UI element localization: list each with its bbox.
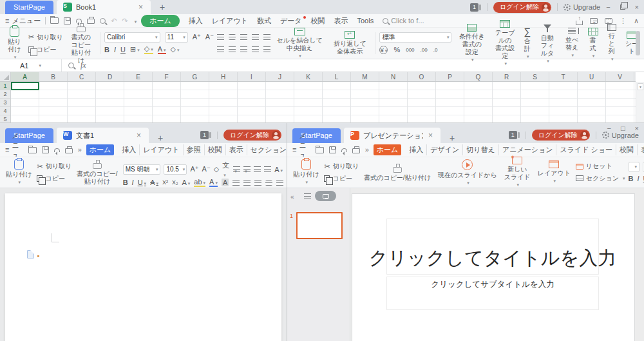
table-format-button[interactable]: テーブルの 書式設定 [492, 30, 518, 57]
vertical-scrollbar[interactable]: ▾ [636, 82, 644, 122]
section-button[interactable]: セクション [576, 174, 625, 183]
undo-dropdown-icon[interactable] [133, 17, 137, 24]
ribbon-tab[interactable]: 表示 [329, 15, 352, 26]
column-header[interactable]: A [11, 72, 39, 81]
main-menu-button[interactable]: ≡ メニュー [5, 16, 41, 26]
column-header[interactable]: C [68, 72, 96, 81]
paste-button[interactable]: 貼り付け [4, 30, 25, 57]
row-headers[interactable]: 12345 [0, 82, 11, 122]
undo-icon[interactable]: ↶ [111, 17, 117, 24]
overflow-icon[interactable]: » [78, 146, 82, 153]
collapse-panel-icon[interactable]: « [290, 193, 294, 200]
title-placeholder-box[interactable]: クリックしてタイトルを入力 [386, 219, 599, 275]
row-header[interactable]: 3 [0, 99, 10, 107]
font-size-select[interactable]: 10.5 [164, 164, 187, 175]
print-icon[interactable] [352, 148, 360, 153]
ribbon-tab[interactable]: 表示 [226, 144, 247, 155]
select-all-corner[interactable] [0, 72, 11, 82]
share-icon[interactable] [576, 21, 583, 25]
sheet-cells[interactable] [11, 82, 636, 122]
close-tab-icon[interactable]: × [427, 131, 434, 140]
align-center-icon[interactable] [243, 180, 251, 186]
tab-home[interactable]: ホーム [374, 144, 402, 155]
align-middle-icon[interactable] [229, 34, 236, 40]
column-headers[interactable]: ABCDEFGHIJKLMNOPQRSTUV [11, 72, 636, 82]
decrease-indent-icon[interactable] [252, 34, 259, 40]
redo-icon[interactable]: ↷ [122, 17, 128, 24]
ribbon-scrollbar[interactable] [636, 31, 640, 55]
format-painter-button[interactable]: 書式のコピー 貼り付け [66, 30, 96, 57]
task-count-badge[interactable]: 1 [200, 131, 209, 139]
open-icon[interactable] [28, 147, 37, 153]
column-header[interactable]: U [578, 72, 606, 81]
decrease-font-icon[interactable]: A⁻ [202, 165, 211, 173]
print-icon[interactable] [87, 19, 95, 24]
close-button[interactable]: × [635, 124, 639, 132]
merge-center-button[interactable]: セルを結合して中央揃え [274, 30, 325, 57]
column-header[interactable]: H [209, 72, 238, 81]
ribbon-tab[interactable]: 挿入 [118, 144, 140, 155]
ribbon-tab[interactable]: 表示 [638, 144, 644, 155]
italic-icon[interactable]: I [114, 46, 116, 54]
ribbon-tab[interactable]: 数式 [252, 15, 276, 26]
column-header[interactable]: N [379, 72, 408, 81]
font-name-select[interactable]: MS 明朝 [123, 164, 161, 175]
ribbon-tab[interactable]: レイアウト [207, 15, 252, 26]
search-box[interactable]: Click to f... [383, 17, 424, 24]
text-effect-icon[interactable]: A [182, 179, 190, 186]
increase-decimal-icon[interactable]: .00 [421, 47, 428, 53]
ribbon-tab[interactable]: 校閲 [616, 144, 638, 155]
column-header[interactable]: L [323, 72, 351, 81]
highlight-icon[interactable]: ab [194, 178, 205, 187]
save-icon[interactable] [64, 17, 71, 24]
save-icon[interactable] [329, 146, 336, 153]
cut-button[interactable]: ✂ 切り取り [37, 162, 71, 171]
font-color-icon[interactable]: A [158, 45, 166, 54]
strikethrough-icon[interactable]: A [150, 179, 158, 186]
new-tab-button[interactable]: + [158, 133, 163, 143]
document-tab-book1[interactable]: S Book1 × [57, 0, 151, 14]
save-icon[interactable] [42, 146, 49, 153]
sum-button[interactable]: ∑ 合計 [521, 30, 533, 57]
bold-icon[interactable]: B [629, 175, 634, 182]
column-header[interactable]: J [266, 72, 294, 81]
slide-canvas[interactable]: クリックしてタイトルを入力 クリックしてサブタイトルを入力 [352, 193, 635, 341]
selected-cell-a1[interactable] [11, 82, 39, 90]
upgrade-button[interactable]: Upgrade [602, 132, 639, 139]
column-header[interactable]: D [96, 72, 124, 81]
ribbon-tab[interactable]: 挿入 [184, 15, 207, 26]
sort-button[interactable]: 並べ替え [562, 30, 583, 57]
ribbon-tab[interactable]: デザイン [427, 144, 463, 155]
char-tool-icon[interactable]: 文 [222, 161, 230, 178]
open-icon[interactable] [50, 17, 59, 24]
document-tab-presentation1[interactable]: P プレゼンテーション1 × [344, 128, 440, 143]
clear-format-icon[interactable]: ◇ [214, 165, 219, 173]
ribbon-tab[interactable]: データ [276, 15, 307, 26]
open-icon[interactable] [316, 147, 324, 153]
cut-button[interactable]: ✂ 切り取り [324, 162, 359, 171]
align-right-icon[interactable] [240, 46, 247, 52]
ribbon-tab[interactable]: 参照 [184, 144, 205, 155]
logout-button[interactable]: ログイン解除 [532, 130, 590, 141]
formula-search-icon[interactable] [68, 63, 74, 68]
column-header[interactable]: O [408, 72, 436, 81]
bold-icon[interactable]: B [104, 46, 109, 54]
column-header[interactable]: B [39, 72, 68, 81]
name-box[interactable]: A1 [0, 59, 62, 72]
copy-button[interactable]: コピー [37, 174, 71, 183]
percent-icon[interactable]: % [393, 46, 400, 54]
column-header[interactable]: G [181, 72, 209, 81]
ribbon-tab[interactable]: 切り替え [463, 144, 499, 155]
comment-icon[interactable] [605, 18, 612, 24]
fill-color-icon[interactable]: ◇ [144, 44, 153, 54]
column-header[interactable]: K [294, 72, 323, 81]
layout-button[interactable]: レイアウト [536, 159, 573, 186]
align-right-icon[interactable] [254, 180, 261, 186]
play-from-current-button[interactable]: 現在のスライドから [436, 159, 499, 186]
currency-icon[interactable]: ¥ [379, 46, 388, 54]
align-left-icon[interactable] [217, 46, 224, 52]
cut-button[interactable]: ✂ 切り取り [28, 33, 63, 42]
autofilter-button[interactable]: 自動 フィルタ [536, 30, 558, 57]
row-header[interactable]: 2 [0, 90, 10, 99]
row-header[interactable]: 1 [0, 82, 10, 90]
